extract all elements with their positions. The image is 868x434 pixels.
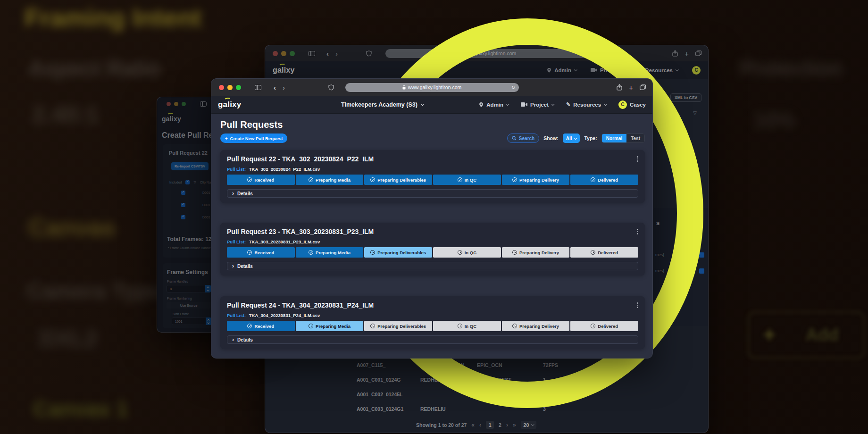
start-frame-input[interactable]: 1001 <box>172 317 211 325</box>
reload-icon[interactable]: ↻ <box>581 51 584 56</box>
reimport-csv-button[interactable]: Re-import CSV/TSV <box>171 162 209 170</box>
kebab-menu-icon[interactable] <box>637 229 639 234</box>
forward-icon[interactable]: › <box>283 84 285 91</box>
pull-request-card: Pull Request 23 - TKA_303_20230831_P23_I… <box>220 223 645 275</box>
backdrop-add-button: + Add <box>748 311 865 359</box>
privacy-shield-icon[interactable] <box>366 50 372 57</box>
mini-action-button[interactable] <box>699 268 704 274</box>
galixy-logo[interactable]: galixy <box>162 115 181 123</box>
nav-project[interactable]: Project <box>521 102 554 108</box>
main-browser-window: ‹ › www.galixy.lightiron.com ↻ + galixy … <box>211 78 653 359</box>
address-bar[interactable]: www.galixy.lightiron.com ↻ <box>385 49 588 58</box>
clip-checkbox[interactable] <box>181 191 185 195</box>
stage-label: Preparing Media <box>316 177 351 183</box>
details-expander[interactable]: › Details <box>227 335 638 344</box>
nav-resources[interactable]: ✎ Resources <box>638 67 678 73</box>
toolbar: + Create New Pull Request Search Show: A… <box>220 134 645 143</box>
kebab-menu-icon[interactable] <box>637 302 639 308</box>
clip-checkbox[interactable] <box>181 203 185 207</box>
details-expander[interactable]: › Details <box>227 262 638 270</box>
back-icon[interactable]: ‹ <box>274 84 276 91</box>
clip-row: D001 <box>181 203 210 207</box>
share-icon[interactable] <box>672 50 678 57</box>
page-1-button[interactable]: 1 <box>486 421 494 429</box>
nav-admin[interactable]: Admin <box>547 67 576 73</box>
frame-handles-input[interactable]: 8 <box>167 285 211 292</box>
minimize-button[interactable] <box>227 85 233 90</box>
chevron-down-icon <box>676 68 679 71</box>
show-label: Show: <box>543 135 559 141</box>
minimize-button[interactable] <box>281 51 286 56</box>
sidebar-toggle-icon[interactable] <box>255 85 261 90</box>
details-expander[interactable]: › Details <box>227 189 638 198</box>
frame-numbering-toggle[interactable]: Use Source <box>167 302 211 309</box>
clock-icon <box>591 324 595 328</box>
chevron-down-icon <box>551 102 555 106</box>
nav-user[interactable]: C Casey <box>618 100 646 109</box>
xml-to-csv-button[interactable]: XML to CSV <box>670 93 701 102</box>
new-tab-icon[interactable]: + <box>684 50 689 57</box>
prev-page-button[interactable]: ‹ <box>479 422 481 428</box>
sidebar-toggle-icon[interactable] <box>309 51 315 56</box>
workspace-selector[interactable]: Timekeepers Academy (S3) <box>341 96 423 113</box>
clip-checkbox[interactable] <box>181 215 185 219</box>
page-2-button[interactable]: 2 <box>499 422 501 428</box>
kebab-menu-icon[interactable] <box>637 156 639 162</box>
forward-icon[interactable]: › <box>335 50 338 57</box>
pull-list-label: Pull List: <box>227 167 246 172</box>
backdrop-framing-intent: Framing Intent <box>25 3 201 32</box>
new-tab-icon[interactable]: + <box>629 84 633 91</box>
filter-funnel-icon[interactable]: ▽ <box>693 110 697 116</box>
stepper-buttons[interactable] <box>205 285 211 292</box>
minimize-button[interactable] <box>174 102 178 106</box>
nav-user[interactable]: C <box>692 66 701 75</box>
clock-icon <box>370 324 375 328</box>
tab-overview-icon[interactable] <box>640 84 646 90</box>
stage-label: In QC <box>465 324 476 329</box>
panel-row: mes) <box>652 266 708 276</box>
zoom-button[interactable] <box>290 51 295 56</box>
privacy-shield-icon[interactable] <box>328 84 334 91</box>
tab-overview-icon[interactable] <box>695 50 701 56</box>
zoom-button[interactable] <box>236 85 241 90</box>
stage-label: Preparing Deliverables <box>377 177 426 183</box>
page-size-select[interactable]: 20 <box>521 421 537 429</box>
search-button[interactable]: Search <box>507 134 539 143</box>
stage-label: Received <box>254 177 274 183</box>
galixy-logo[interactable]: galixy <box>218 100 241 109</box>
galixy-logo[interactable]: galixy <box>273 66 295 75</box>
table-cell: REDHELIUM <box>420 377 477 383</box>
close-button[interactable] <box>219 85 224 90</box>
backdrop-canvas: Canvas <box>28 213 116 242</box>
clip-label: D001 <box>202 203 210 207</box>
type-normal-button[interactable]: Normal <box>602 134 626 142</box>
type-test-button[interactable]: Test <box>626 134 644 142</box>
nav-project[interactable]: Project <box>591 67 624 73</box>
last-page-button[interactable]: » <box>513 422 516 428</box>
close-button[interactable] <box>273 51 278 56</box>
create-pull-request-button[interactable]: + Create New Pull Request <box>220 134 287 143</box>
backdrop-aspect-ratio: Aspect Ratio <box>28 56 161 81</box>
browser-chrome: ‹ › www.galixy.lightiron.com ↻ + <box>211 79 652 96</box>
close-button[interactable] <box>167 102 171 106</box>
filter-funnel-icon[interactable]: ▽ <box>193 181 196 184</box>
mini-action-button[interactable] <box>699 252 704 258</box>
address-bar[interactable]: www.galixy.lightiron.com ↻ <box>345 83 519 92</box>
first-page-button[interactable]: « <box>471 422 475 428</box>
back-icon[interactable]: ‹ <box>326 50 329 57</box>
select-all-checkbox[interactable] <box>185 180 190 184</box>
show-filter-select[interactable]: All <box>563 134 580 143</box>
pull-request-title: Pull Request 24 - TKA_304_20230831_P24_I… <box>227 301 638 309</box>
clock-icon <box>309 324 313 328</box>
pull-request-title: Pull Request 23 - TKA_303_20230831_P23_I… <box>227 228 638 236</box>
reload-icon[interactable]: ↻ <box>511 85 515 90</box>
nav-resources[interactable]: ✎ Resources <box>566 101 606 108</box>
share-icon[interactable] <box>617 84 622 91</box>
sidebar-toggle-icon[interactable] <box>200 101 207 107</box>
table-cell: HELIUM_TEST <box>477 392 543 397</box>
start-frame-label: Start Frame <box>173 312 189 316</box>
pull-list-row: Pull List: TKA_304_20230831_P24_ILM.csv <box>227 313 638 318</box>
next-page-button[interactable]: › <box>506 422 508 428</box>
zoom-button[interactable] <box>182 102 186 106</box>
nav-admin[interactable]: Admin <box>479 102 509 108</box>
